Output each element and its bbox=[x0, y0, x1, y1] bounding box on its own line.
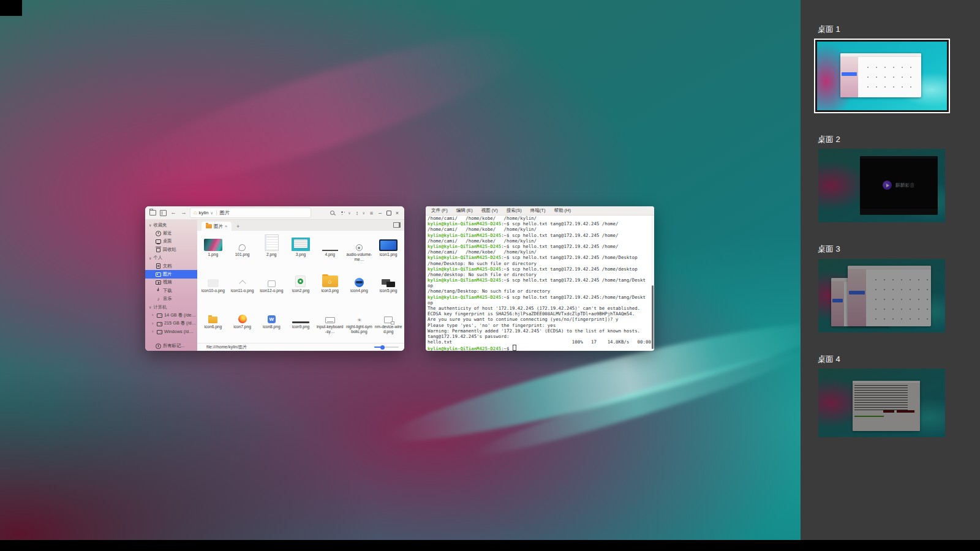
terminal-window[interactable]: 文件 (F)编辑 (E)视图 (V)搜索(S)终端(T)帮助 (H) /home… bbox=[426, 206, 654, 351]
menu-item-1[interactable]: 文件 (F) bbox=[427, 208, 452, 214]
file-icon-box bbox=[208, 307, 217, 323]
sidebar-item-clock[interactable]: 最近 bbox=[145, 229, 197, 237]
menu-item-4[interactable]: 搜索(S) bbox=[502, 208, 526, 214]
breadcrumb-root[interactable]: kylin bbox=[198, 210, 208, 216]
view-mode-caret-icon[interactable]: ∨ bbox=[348, 211, 350, 215]
sort-caret-icon[interactable]: ∨ bbox=[363, 211, 365, 215]
scrollbar-thumb[interactable] bbox=[652, 285, 654, 349]
file-icon-box: ⌂ bbox=[322, 271, 338, 287]
file-item[interactable]: icon5.png bbox=[374, 269, 403, 305]
menu-button[interactable]: ≡ bbox=[368, 209, 375, 217]
terminal-line: /home/tang/Desktop: No such file or dire… bbox=[428, 288, 654, 294]
file-item[interactable]: nm-device-wired.png bbox=[374, 305, 403, 341]
menu-item-6[interactable]: 帮助 (H) bbox=[549, 208, 575, 214]
expander-icon[interactable]: › bbox=[152, 313, 155, 317]
open-terminal-button[interactable] bbox=[159, 209, 167, 217]
terminal-scrollbar[interactable] bbox=[651, 216, 654, 350]
sidebar-item-music[interactable]: ♪音乐 bbox=[145, 295, 197, 303]
sidebar-item-desktop[interactable]: 桌面 bbox=[145, 238, 197, 246]
terminal-prompt: kylin@kylin-QiTianM425-D245 bbox=[428, 277, 501, 283]
desktop-thumbnail-2[interactable]: 麒麟影音 bbox=[818, 149, 945, 222]
sidebar-section-header[interactable]: ∨计算机 bbox=[145, 303, 197, 311]
desktop-preview-4 bbox=[818, 369, 945, 437]
desktop-thumbnail-3[interactable] bbox=[818, 259, 945, 332]
terminal-prompt: kylin@kylin-QiTianM425-D245 bbox=[428, 294, 501, 300]
file-name: 4.png bbox=[325, 252, 335, 257]
mini-terminal-text bbox=[854, 385, 908, 410]
zoom-slider[interactable] bbox=[374, 345, 399, 350]
expander-icon[interactable]: › bbox=[152, 329, 155, 334]
breadcrumb[interactable]: ⌂ kylin ∨ 图片 bbox=[190, 208, 311, 218]
chevron-down-icon[interactable]: ∨ bbox=[210, 211, 213, 215]
file-item[interactable]: 2.png bbox=[257, 233, 286, 269]
maximize-icon bbox=[386, 211, 391, 216]
desktop-thumbnail-1[interactable] bbox=[814, 39, 950, 113]
sidebar-item-down[interactable]: 下载 bbox=[145, 287, 197, 294]
file-item[interactable]: icon1.png bbox=[374, 233, 403, 269]
file-item[interactable]: audio-volume-me… bbox=[345, 233, 374, 269]
sidebar-item-drive[interactable]: ›215 GB 卷 (/d… bbox=[145, 320, 197, 328]
minimize-button[interactable]: – bbox=[376, 209, 384, 217]
tab-pictures[interactable]: 图片 × bbox=[202, 222, 232, 231]
file-item[interactable]: icon9.png bbox=[286, 305, 315, 341]
desktop-thumbnail-4[interactable] bbox=[818, 369, 945, 437]
player-app-name: 麒麟影音 bbox=[895, 182, 914, 189]
slider-knob[interactable] bbox=[380, 345, 385, 350]
file-icon-box bbox=[239, 234, 246, 251]
file-item[interactable]: 4.png bbox=[315, 233, 345, 269]
music-icon: ♪ bbox=[156, 296, 161, 302]
sidebar-item-drive[interactable]: ›14 GB 卷 (/de… bbox=[145, 311, 197, 319]
expander-icon[interactable]: › bbox=[152, 321, 155, 326]
sidebar-item-trash[interactable]: 回收站 bbox=[145, 246, 197, 253]
forward-button[interactable]: → bbox=[179, 209, 188, 217]
file-item[interactable]: icon2.png bbox=[286, 269, 315, 305]
file-icon-shot-teal bbox=[292, 238, 310, 251]
back-button[interactable]: ← bbox=[169, 209, 178, 217]
sidebar-section-header[interactable]: ∨个人 bbox=[145, 254, 197, 262]
file-item[interactable]: ⌂icon3.png bbox=[315, 269, 345, 305]
file-manager-window[interactable]: ← → ⌂ kylin ∨ 图片 ∨ ↕ ∨ ≡ – × ∨收藏夹最 bbox=[145, 206, 404, 351]
new-tab-button[interactable]: + bbox=[234, 222, 242, 230]
file-item[interactable]: 1.png bbox=[198, 233, 228, 269]
maximize-button[interactable] bbox=[385, 209, 393, 217]
file-item[interactable]: icon12-o.png bbox=[257, 269, 286, 305]
file-icon-box bbox=[268, 271, 276, 287]
file-item[interactable]: 3.png bbox=[286, 233, 315, 269]
file-item[interactable]: icon10-o.png bbox=[198, 269, 228, 305]
file-manager-sidebar: ∨收藏夹最近桌面回收站∨个人文档图片视频下载♪音乐∨计算机›14 GB 卷 (/… bbox=[145, 220, 197, 351]
menu-item-3[interactable]: 视图 (V) bbox=[477, 208, 502, 214]
terminal-prompt: kylin@kylin-QiTianM425-D245 bbox=[428, 266, 501, 272]
tab-label: 图片 bbox=[214, 223, 223, 230]
menu-item-5[interactable]: 终端(T) bbox=[526, 208, 550, 214]
sidebar-item-all-tags[interactable]: 所有标记... bbox=[145, 342, 197, 350]
view-mode-button[interactable] bbox=[338, 209, 347, 217]
file-item[interactable]: 101.png bbox=[228, 233, 257, 269]
search-button[interactable] bbox=[329, 209, 337, 217]
tab-close-icon[interactable]: × bbox=[225, 224, 227, 228]
file-item[interactable]: icon6.png bbox=[198, 305, 228, 341]
sidebar-section-header[interactable]: ∨收藏夹 bbox=[145, 221, 197, 229]
new-folder-button[interactable] bbox=[148, 209, 157, 217]
file-item[interactable]: input-keyboard-sy… bbox=[315, 305, 345, 341]
file-item[interactable]: icon7.png bbox=[228, 305, 257, 341]
sidebar-item-pic[interactable]: 图片 bbox=[145, 270, 197, 278]
file-icon-blue-w: W bbox=[268, 315, 276, 323]
trash-icon bbox=[156, 247, 161, 252]
terminal-line: The authenticity of host '172.19.42.245 … bbox=[428, 305, 654, 311]
file-item[interactable]: icon4.png bbox=[345, 269, 374, 305]
file-item[interactable]: ☀night-light-symbolic.png bbox=[345, 305, 374, 341]
breadcrumb-current[interactable]: 图片 bbox=[220, 209, 230, 216]
sort-button[interactable]: ↕ bbox=[353, 209, 361, 217]
menu-item-2[interactable]: 编辑 (E) bbox=[452, 208, 477, 214]
terminal-line: kylin@kylin-QiTianM425-D245:~$ scp hello… bbox=[428, 266, 654, 272]
file-icon-box: W bbox=[268, 307, 276, 323]
file-item[interactable]: icon11-o.png bbox=[228, 269, 257, 305]
close-button[interactable]: × bbox=[393, 209, 401, 217]
file-item[interactable]: Wicon8.png bbox=[257, 305, 286, 341]
sidebar-item-drive[interactable]: ›Windows (/d… bbox=[145, 328, 197, 335]
file-name: 1.png bbox=[208, 252, 219, 257]
sidebar-item-doc[interactable]: 文档 bbox=[145, 262, 197, 270]
terminal-line: /home/desktop: No such file or directory bbox=[428, 272, 654, 277]
side-panel-toggle-icon[interactable] bbox=[393, 222, 401, 228]
sidebar-item-video[interactable]: 视频 bbox=[145, 279, 197, 287]
